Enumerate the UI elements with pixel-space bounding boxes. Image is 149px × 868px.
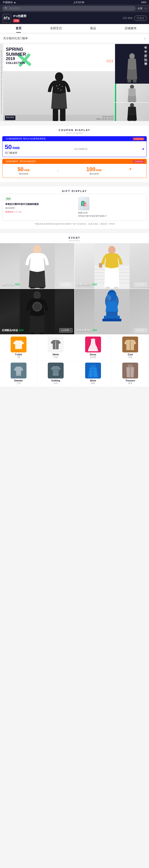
category-item-trousers[interactable]: Trousers 裤装 (112, 361, 149, 386)
cat-cn-knitting: 针织 (38, 382, 74, 385)
event-tag-2: 春夏热销尖货 (77, 283, 91, 286)
tab-all-items[interactable]: 全部宝贝 (37, 24, 75, 33)
banner-dots (107, 60, 113, 62)
divider-1 (0, 121, 149, 126)
banner-collection: COLLECTION (6, 61, 26, 65)
banner-summer: SUMMER (6, 52, 26, 57)
store-info: H's拍摄剪 天猫 (13, 14, 121, 23)
model-silhouette-2 (122, 53, 142, 83)
cat-img-shirts (48, 337, 64, 352)
svg-rect-16 (134, 120, 136, 121)
coupon-banner-text: 关注领20元无门槛券 (3, 36, 28, 40)
category-item-dress[interactable]: Dress 连衣裙 (75, 335, 112, 361)
svg-point-6 (58, 88, 59, 89)
event-label-1: 每周二上新 XXX 点击查看 > (0, 282, 74, 287)
coupon-divider-slash: / (58, 169, 59, 173)
coupon-badge-2: COUPON (133, 160, 144, 163)
svg-point-32 (34, 291, 41, 299)
svg-point-49 (55, 346, 56, 346)
more-text[interactable]: ··· (145, 7, 147, 10)
category-item-tshirt[interactable]: T-shirt T恤 (0, 335, 37, 361)
coupon-close-2[interactable]: × (129, 167, 131, 171)
category-item-skirts[interactable]: Skirts 裙装 (75, 361, 112, 386)
event-btn-1[interactable]: 点击查看 > (59, 282, 72, 287)
svg-point-27 (108, 246, 115, 254)
coupon-close-1[interactable]: × (142, 147, 144, 151)
event-cross-2: XXX (92, 283, 97, 286)
coupon-section-sub: 每天10,000套同款 (0, 132, 149, 135)
svg-rect-10 (133, 79, 137, 83)
carrier-text: 中国移动 (3, 1, 13, 4)
gift-item-2: 🛍️ 限量100份 单笔实付满799送定制手提袋1个 (76, 197, 144, 218)
gift-note: * 赠品政策名称按照优先级依序执行解析计 每个ID仅限1份，如发生退款，赠品需一… (2, 222, 147, 226)
cat-label-trousers: Trousers (113, 379, 148, 382)
coupon-section: 【大都优惠券秒杀】每天10,000套同款券秒杀 COUPON 50 RMB 无门… (0, 136, 149, 182)
svg-point-47 (55, 343, 56, 343)
cat-cn-cost: 外套 (113, 356, 148, 359)
event-label-4: 冬装反季清仓 XXX 点击查看 > (75, 328, 149, 333)
top-bar: 🔍 分享 ··· (0, 4, 149, 12)
coupon-info-1: 50 RMB 无门槛使用 (5, 144, 20, 155)
coupon-card-2-header: 【店铺优惠券】 爱买全专场品质外 COUPON (2, 159, 147, 164)
follow-button[interactable]: 已关注 (134, 16, 147, 21)
search-box[interactable]: 🔍 (2, 6, 136, 11)
cat-label-sweater: Sweater (1, 379, 36, 382)
banner-mini-img-2 (115, 103, 149, 121)
cat-label-skirts: Skirts (75, 379, 111, 382)
event-cross-3: XXX (19, 329, 24, 332)
svg-rect-36 (39, 333, 44, 334)
coupon-pair-1: 50 RMB 满699使用 (17, 166, 30, 176)
category-grid: T-shirt T恤 Shirts 衬衫 (0, 335, 149, 386)
cat-img-skirts (85, 363, 101, 378)
status-right: 54% (141, 1, 146, 4)
category-item-sweater[interactable]: Sweater 卫衣 (0, 361, 37, 386)
store-fans-count: 13万 粉丝 (122, 17, 133, 20)
coupon-banner[interactable]: 关注领20元无门槛券 > (0, 34, 149, 42)
nav-tabs: 首页 全部宝贝 新品 店铺微淘 (0, 24, 149, 33)
event-btn-4[interactable]: 点击查看 > (134, 328, 147, 333)
category-item-shirts[interactable]: Shirts 衬衫 (37, 335, 75, 361)
event-card-2[interactable]: 春夏热销尖货 XXX 点击查看 > (75, 243, 149, 288)
svg-rect-20 (39, 287, 44, 288)
event-btn-2[interactable]: 点击查看 > (134, 282, 147, 287)
coupon-pair-2: 100 RMB 满999使用 (86, 166, 102, 176)
tab-new-items[interactable]: 新品 (75, 24, 112, 33)
event-model-svg-3 (20, 289, 55, 334)
cat-label-shirts: Shirts (38, 353, 74, 356)
search-icon: 🔍 (4, 7, 8, 10)
category-item-cost[interactable]: Cost 外套 (112, 335, 149, 361)
banner-time: 00:00-24:00 (96, 116, 113, 118)
cat-label-cost: Cost (113, 353, 148, 356)
gift-bag-icon: 🛍️ (78, 197, 89, 210)
category-item-knitting[interactable]: Knitting 针织 (37, 361, 75, 386)
event-cross-4: XXX (92, 329, 97, 332)
gift-title-1: 单笔实付满699送50元购物特惠袋 (5, 203, 71, 206)
coupon-card-1-body: 50 RMB 无门槛使用 （每天限量5张） × (2, 141, 147, 157)
svg-point-7 (61, 90, 61, 90)
gift-limit: 限量100份 单笔实付满799送定制手提袋1个 (78, 211, 144, 218)
mini-model-1 (124, 85, 140, 102)
svg-rect-15 (128, 120, 131, 121)
event-btn-3[interactable]: 点击查看 > (59, 328, 72, 333)
coupon-banner-arrow: > (144, 37, 146, 40)
tab-home[interactable]: 首页 (0, 24, 37, 33)
status-bar: 中国移动 ▲ 上午10:30 54% (0, 0, 149, 4)
event-bg-4 (75, 289, 149, 334)
search-input[interactable] (9, 7, 134, 10)
tab-micro-store[interactable]: 店铺微淘 (112, 24, 149, 33)
cat-cn-trousers: 裤装 (113, 382, 148, 385)
event-section-title: EVENT ENTRANCE (0, 233, 149, 243)
event-card-1[interactable]: 每周二上新 XXX 点击查看 > (0, 243, 74, 288)
gift-section: 购物 单笔实付满699送50元购物特惠袋 满499使用 使用时间 7.7-7.1… (0, 194, 149, 229)
top-right-icons: 分享 ··· (138, 7, 147, 10)
event-card-4[interactable]: 冬装反季清仓 XXX 点击查看 > (75, 289, 149, 334)
event-grid: 每周二上新 XXX 点击查看 > (0, 243, 149, 334)
gift-section-title: GIFT DISPLAY (0, 187, 149, 194)
svg-rect-19 (30, 287, 35, 288)
share-text[interactable]: 分享 (138, 7, 142, 10)
svg-rect-41 (104, 316, 120, 319)
svg-rect-28 (106, 287, 110, 288)
event-tag-3: 定调新品4折起 (2, 329, 18, 332)
banner-date-range: TIME: 06-06, 06-20 (96, 118, 113, 120)
event-card-3[interactable]: 定调新品4折起 XXX 点击查看 > (0, 289, 74, 334)
